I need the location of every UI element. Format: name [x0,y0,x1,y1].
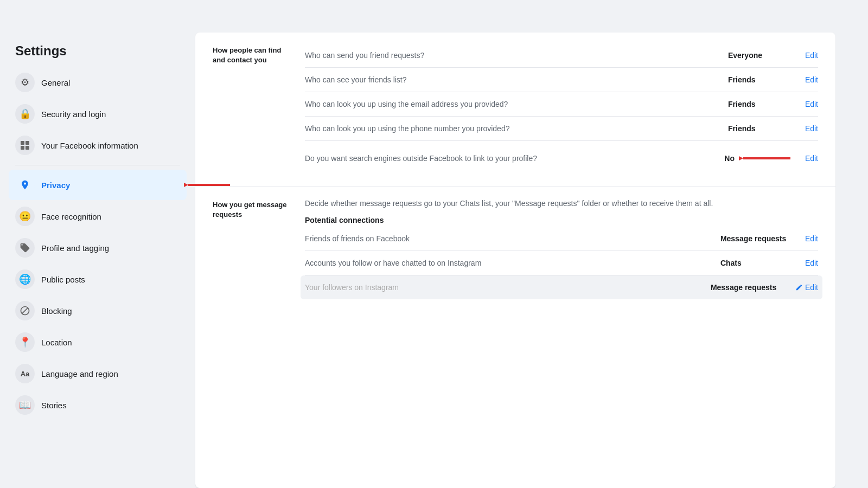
potential-connections-label: Potential connections [305,216,818,224]
find-contact-title: How people can find and contact you [213,46,294,65]
svg-rect-2 [21,146,24,150]
sidebar-item-label: Privacy [41,181,70,190]
table-row: Who can look you up using the phone numb… [305,117,818,141]
sidebar-item-label: Public posts [41,275,85,284]
message-requests-title: How you get message requests [213,200,294,220]
edit-button[interactable]: Edit [802,124,818,133]
edit-button[interactable]: Edit [805,259,818,267]
sidebar-item-label: Stories [41,401,67,410]
face-recognition-icon: 😐 [15,207,35,226]
security-icon: 🔒 [15,104,35,124]
table-row: Who can see your friends list? Friends E… [305,68,818,92]
table-row: Who can send you friend requests? Everyo… [305,43,818,68]
row-label: Your followers on Instagram [305,283,702,292]
row-question: Who can look you up using the email addr… [305,100,719,108]
row-value: Chats [720,259,796,267]
sidebar-item-location[interactable]: 📍 Location [9,327,187,357]
table-row: Accounts you follow or have chatted to o… [305,251,818,275]
message-requests-content: Decide whether message requests go to yo… [305,198,818,299]
sidebar-item-general[interactable]: ⚙ General [9,67,187,98]
public-posts-icon: 🌐 [15,269,35,289]
settings-title: Settings [9,43,187,67]
row-question: Who can see your friends list? [305,75,719,84]
blocking-icon [15,301,35,320]
sidebar-item-label: Blocking [41,306,72,316]
stories-icon: 📖 [15,395,35,415]
sidebar-item-label: Language and region [41,369,118,378]
arrow-annotation-right [739,149,793,168]
sidebar-item-label: Security and login [41,110,106,119]
edit-button[interactable]: Edit [802,154,818,163]
sidebar-item-label: Face recognition [41,212,101,221]
sidebar-item-face-recognition[interactable]: 😐 Face recognition [9,201,187,232]
message-requests-section: How you get message requests Decide whet… [195,187,835,310]
sidebar: Settings ⚙ General 🔒 Security and login … [0,33,195,488]
facebook-info-icon [15,136,35,155]
table-row: Who can look you up using the email addr… [305,92,818,117]
sidebar-divider [15,165,180,165]
row-value: Friends [728,75,793,84]
sidebar-item-label: Location [41,338,72,347]
general-icon: ⚙ [15,73,35,92]
row-value: Message requests [720,234,796,243]
main-content: How people can find and contact you Who … [195,33,835,488]
profile-tagging-icon [15,238,35,258]
privacy-icon [15,175,35,195]
svg-rect-3 [25,146,29,150]
edit-button[interactable]: Edit [805,234,818,243]
row-question: Who can look you up using the phone numb… [305,124,719,133]
find-contact-section: How people can find and contact you Who … [195,33,835,187]
row-question: Do you want search engines outside Faceb… [305,154,716,163]
row-label: Friends of friends on Facebook [305,234,712,243]
sidebar-item-blocking[interactable]: Blocking [9,296,187,326]
sidebar-item-profile-tagging[interactable]: Profile and tagging [9,233,187,263]
sidebar-item-security[interactable]: 🔒 Security and login [9,99,187,129]
language-icon: Aa [15,364,35,383]
svg-rect-0 [21,141,24,145]
edit-button[interactable]: Edit [805,283,818,292]
sidebar-item-language[interactable]: Aa Language and region [9,358,187,389]
row-label: Accounts you follow or have chatted to o… [305,259,712,267]
sidebar-item-privacy[interactable]: Privacy [9,170,187,200]
row-value: Everyone [728,51,793,60]
no-value: No [724,154,735,163]
arrow-annotation-left [184,175,233,195]
row-value: Friends [728,100,793,108]
sidebar-item-public-posts[interactable]: 🌐 Public posts [9,264,187,294]
row-value: No [724,149,793,168]
edit-button[interactable]: Edit [802,51,818,60]
sidebar-item-label: Profile and tagging [41,243,109,253]
row-value: Message requests [711,283,787,292]
row-value: Friends [728,124,793,133]
edit-button[interactable]: Edit [802,100,818,108]
table-row: Friends of friends on Facebook Message r… [305,227,818,251]
sidebar-item-facebook-info[interactable]: Your Facebook information [9,130,187,160]
pencil-icon [795,284,803,291]
location-icon: 📍 [15,332,35,352]
sidebar-item-label: General [41,78,70,87]
edit-button[interactable]: Edit [802,75,818,84]
svg-rect-1 [25,141,29,145]
sidebar-item-label: Your Facebook information [41,141,138,150]
message-requests-description: Decide whether message requests go to yo… [305,198,818,209]
find-contact-rows: Who can send you friend requests? Everyo… [305,43,818,176]
table-row: Do you want search engines outside Faceb… [305,141,818,176]
row-question: Who can send you friend requests? [305,51,719,60]
table-row: Your followers on Instagram Message requ… [301,275,822,299]
sidebar-item-stories[interactable]: 📖 Stories [9,390,187,420]
